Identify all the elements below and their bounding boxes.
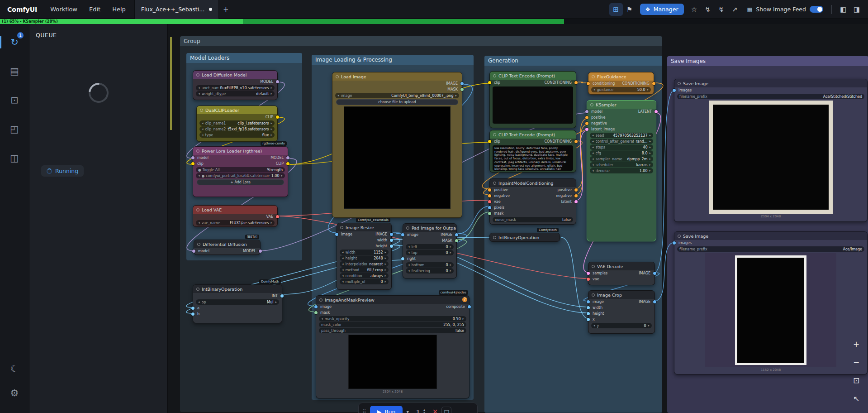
clip-input-port[interactable] [191,162,194,165]
collapse-dot[interactable] [340,226,343,229]
decrement-arrow-icon[interactable]: ◂ [408,269,410,273]
ksampler-node[interactable]: KSamplermodelLATENTpositivenegativelaten… [587,100,656,241]
collapse-dot[interactable] [196,73,199,77]
feathering-widget[interactable]: ◂feathering0▸ [406,268,454,274]
node-title-bar[interactable]: Image Crop [588,291,655,299]
clip_name1-widget[interactable]: ◂clip_name1clip_l.safetensors▸ [199,120,275,126]
samples-input-port[interactable] [587,272,590,275]
MODEL-output-port[interactable] [276,80,279,83]
clip-text-encode-negative-node[interactable]: CLIP Text Encode (Prompt)clipCONDITIONIN… [489,130,576,173]
decrement-arrow-icon[interactable]: ◂ [408,263,410,267]
image-crop-node[interactable]: Image CropimageIMAGEwidthheightx◂y0▸ [588,290,655,334]
decrement-arrow-icon[interactable]: ◂ [198,300,200,304]
collapse-dot[interactable] [197,243,200,246]
inpaint-model-conditioning-node[interactable]: InpaintModelConditioningpositivepositive… [489,178,576,225]
increment-arrow-icon[interactable]: ▸ [647,88,649,91]
node-title-bar[interactable]: FluxGuidance [588,72,654,81]
increment-arrow-icon[interactable]: ▸ [450,263,451,267]
increment-arrow-icon[interactable]: ▸ [649,157,651,161]
increment-arrow-icon[interactable]: ▸ [450,251,451,255]
menu-workflow[interactable]: Workflow [44,6,83,13]
node-title-bar[interactable]: ImageAndMaskPreview [316,296,469,304]
image-feed-toggle[interactable] [810,6,823,13]
increment-arrow-icon[interactable]: ▸ [649,145,651,149]
node-title-bar[interactable]: VAE Decode [588,262,655,270]
logs-icon[interactable]: ▤ [5,62,24,80]
decrement-arrow-icon[interactable]: ◂ [202,121,204,125]
noise_mask-widget[interactable]: noise_maskfalse [493,217,573,222]
prompt-textarea[interactable]: low resolution, blurry, deformed face, p… [493,145,573,171]
queue-icon[interactable]: ↻1 [5,33,24,51]
node-title-bar[interactable]: IntBinaryOperation [193,285,282,293]
collapse-dot[interactable] [493,74,496,77]
MASK-output-port[interactable] [455,239,458,242]
node-title-bar[interactable]: IntBinaryOperation [490,233,560,241]
vae_name-widget[interactable]: ◂vae_nameFLUX1/ae.safetensors▸ [196,220,275,226]
y-widget[interactable]: ◂y0▸ [591,323,652,328]
group-title-bar[interactable]: Save Images [667,56,868,66]
decrement-arrow-icon[interactable]: ◂ [592,163,594,167]
pass_through-widget[interactable]: pass_throughfalse [319,328,466,333]
vae-input-port[interactable] [587,278,590,281]
image-input-port[interactable] [587,300,590,303]
pointer-mode-button[interactable]: ↖ [851,393,862,404]
increment-arrow-icon[interactable]: ▸ [462,317,464,321]
MASK-output-port[interactable] [460,88,464,91]
seed-widget[interactable]: ◂seed457970563252137▸ [590,133,653,138]
collapse-dot[interactable] [592,265,595,268]
sampler_name-widget[interactable]: ◂sampler_namedpmpp_2m▸ [590,156,653,162]
differential-diffusion-node[interactable]: [BETA]Differential DiffusionmodelMODEL [194,240,261,255]
increment-arrow-icon[interactable]: ▸ [648,324,650,327]
bottom-widget[interactable]: ◂bottom0▸ [406,262,454,268]
node-title-bar[interactable]: Save Image [674,232,867,240]
batch-count-value[interactable]: 1 [416,408,420,413]
dual-clip-loader-node[interactable]: DualCLIPLoaderCLIP◂clip_name1clip_l.safe… [196,106,278,142]
CLIP-output-port[interactable] [276,115,279,119]
weight_dtype-widget[interactable]: ◂weight_dtypedefault▸ [196,91,275,96]
increment-arrow-icon[interactable]: ▸ [270,92,272,96]
ToggleAll-widget[interactable]: ● Toggle AllStrength [196,167,285,173]
LATENT-output-port[interactable] [655,110,658,113]
increment-arrow-icon[interactable]: ▸ [384,256,386,260]
model-input-port[interactable] [585,110,588,113]
MODEL-output-port[interactable] [286,156,289,159]
increment-arrow-icon[interactable]: ▸ [270,127,272,131]
increment-arrow-icon[interactable]: ▸ [384,280,386,283]
mask_color-widget[interactable]: mask_color255, 0, 255 [319,322,466,327]
clip-text-encode-positive-node[interactable]: CLIP Text Encode (Prompt)clipCONDITIONIN… [489,71,576,128]
MODEL-output-port[interactable] [259,250,262,253]
positive-input-port[interactable] [488,188,491,192]
save-image-final-node[interactable]: Save Imageimagesfilename_prefixAce/Image… [674,231,868,375]
left-widget[interactable]: ◂left0▸ [406,244,454,250]
collapse-dot[interactable] [406,226,409,230]
increment-arrow-icon[interactable]: ▸ [450,245,451,249]
node-title-bar[interactable]: Pad Image for Outpainting [403,224,456,232]
image-input-port[interactable] [401,233,404,236]
node-title-bar[interactable]: Differential Diffusion [194,240,260,248]
node-title-bar[interactable]: Load Diffusion Model [193,71,277,79]
CONDITIONING-output-port[interactable] [574,140,578,143]
images-input-port[interactable] [673,89,676,92]
clip-input-port[interactable] [488,140,491,143]
fit-view-button[interactable]: ⊡ [851,375,862,386]
positive-output-port[interactable] [574,188,578,192]
increment-arrow-icon[interactable]: ▸ [649,139,651,143]
mask-input-port[interactable] [314,311,318,314]
decrement-arrow-icon[interactable]: ◂ [592,157,594,161]
decrement-arrow-icon[interactable]: ◂ [198,221,200,225]
left-panel-icon[interactable]: ◧ [836,3,850,16]
new-workflow-tab-button[interactable]: + [219,5,232,14]
run-options-chevron-icon[interactable]: ▾ [406,409,409,413]
zoom-in-button[interactable]: + [851,339,862,350]
increment-arrow-icon[interactable]: ▸ [384,268,386,272]
steps-widget[interactable]: ◂steps40▸ [590,144,653,150]
node-title-bar[interactable]: InpaintModelConditioning [490,179,576,187]
increment-arrow-icon[interactable]: ▸ [281,174,283,178]
collapse-dot[interactable] [592,75,595,78]
decrement-arrow-icon[interactable]: ◂ [408,251,410,255]
decrement-arrow-icon[interactable]: ◂ [198,174,200,178]
decrement-arrow-icon[interactable]: ◂ [592,139,594,143]
decrement-arrow-icon[interactable]: ◂ [342,268,344,272]
width-input-port[interactable] [587,306,590,309]
mask_opacity-widget[interactable]: ◂mask_opacity0.50▸ [319,316,466,322]
